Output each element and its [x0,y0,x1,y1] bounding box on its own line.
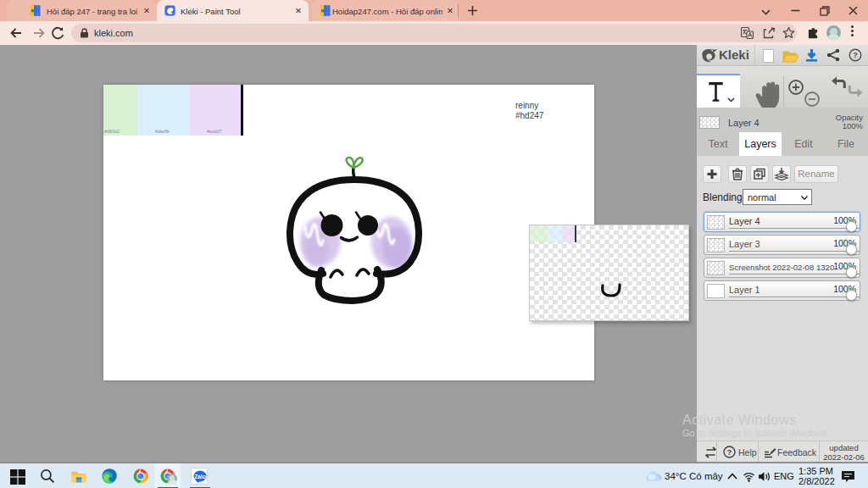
svg-text:?: ? [727,448,732,457]
svg-text:?: ? [853,50,858,59]
